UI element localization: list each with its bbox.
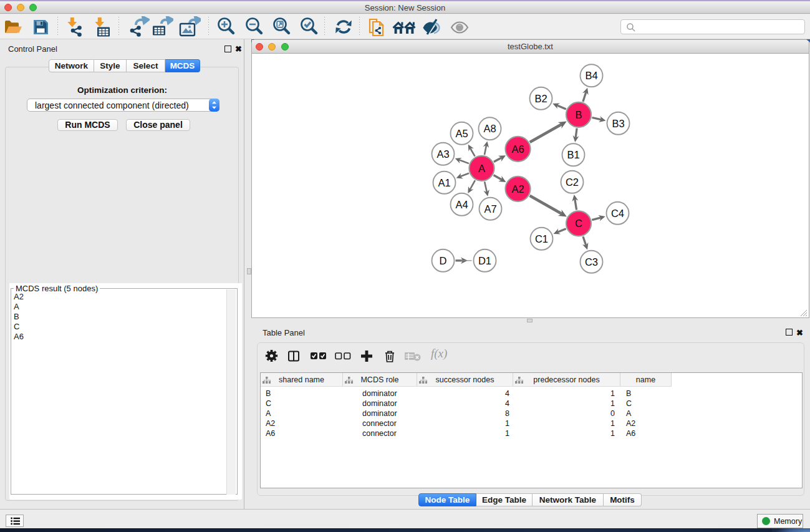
svg-text:A5: A5 [455, 128, 468, 139]
svg-text:C2: C2 [566, 177, 579, 188]
svg-text:C: C [575, 218, 582, 229]
svg-text:B1: B1 [567, 149, 579, 160]
svg-text:A3: A3 [436, 148, 449, 160]
svg-text:A6: A6 [511, 143, 524, 155]
svg-text:A8: A8 [483, 123, 496, 134]
svg-text:A4: A4 [455, 199, 468, 210]
svg-text:B2: B2 [534, 93, 547, 104]
svg-text:B4: B4 [585, 70, 597, 81]
svg-text:B3: B3 [612, 118, 624, 129]
svg-text:C3: C3 [585, 256, 598, 268]
svg-text:C4: C4 [611, 208, 624, 219]
svg-text:A1: A1 [438, 177, 450, 188]
svg-text:A: A [478, 163, 485, 174]
svg-text:D1: D1 [478, 255, 491, 266]
svg-text:A2: A2 [511, 183, 524, 195]
svg-text:C1: C1 [535, 233, 548, 244]
svg-text:D: D [440, 255, 447, 266]
svg-text:A7: A7 [484, 203, 496, 215]
svg-text:B: B [575, 109, 582, 120]
